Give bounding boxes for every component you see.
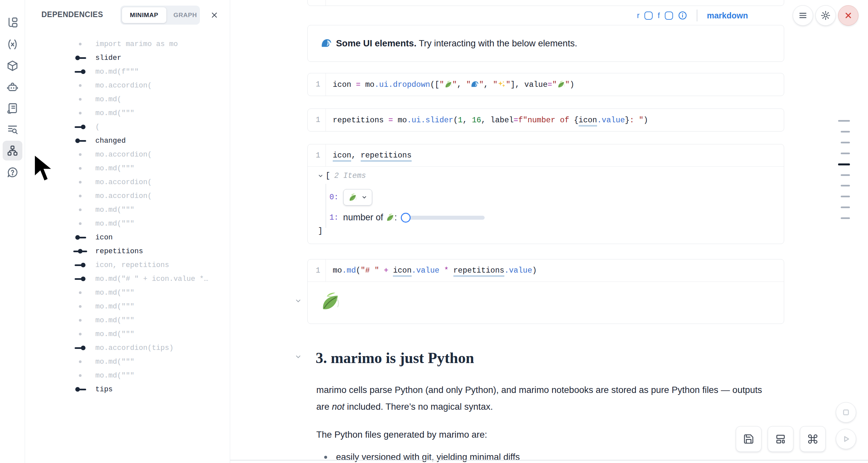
minimap-item[interactable]: icon [25,230,230,244]
tab-graph[interactable]: GRAPH [166,7,205,23]
minimap-item[interactable]: mo.md("# " + icon.value *… [25,272,230,286]
icon-dropdown-select[interactable] [343,189,372,206]
code-line[interactable]: icon = mo.ui.dropdown([" ", " ", " "], v… [326,80,575,89]
shortcuts-button[interactable] [800,426,826,452]
code-token: ( [356,266,361,275]
markdown-editor-cutoff[interactable]: 1 Some UI elements. Try interacting with… [307,0,784,6]
code-line[interactable]: repetitions = mo.ui.slider(1, 16, label=… [326,116,648,125]
minimap-item[interactable]: mo.accordion( [25,189,230,203]
cell-marker-dot [70,203,90,217]
minimap-item[interactable]: import marimo as mo [25,37,230,51]
code-line[interactable]: mo.md("# " + icon.value * repetitions.va… [326,266,537,275]
minimap-item[interactable]: mo.accordion( [25,175,230,189]
minimap-item[interactable]: mo.md(""" [25,313,230,327]
fstring-toggle-label: f [658,11,660,20]
minimap-item[interactable]: slider [25,51,230,65]
minimap-item[interactable]: mo.accordion( [25,148,230,161]
minimap-item[interactable]: mo.accordion(tips) [25,341,230,355]
rail-item-help[interactable] [3,162,22,182]
shutdown-button[interactable] [838,5,859,26]
minimap-item[interactable]: mo.md(""" [25,355,230,369]
rail-item-logs-scroll[interactable] [3,98,22,118]
packages-icon [7,60,19,72]
collapse-chevron-icon[interactable] [294,297,302,305]
cell-marker-ref [70,65,90,79]
repetitions-slider-thumb[interactable] [401,213,411,223]
code-cell-repetitions-slider[interactable]: 1 repetitions = mo.ui.slider(1, 16, labe… [307,109,784,131]
raw-toggle-checkbox[interactable] [644,11,653,20]
code-cell-icon-dropdown[interactable]: 1 icon = mo.ui.dropdown([" ", " ", " "],… [307,73,784,96]
layout-button[interactable] [768,426,794,452]
close-panel-button[interactable] [209,9,220,21]
minimap-item[interactable]: mo.md(f""" [25,65,230,79]
minimap-item[interactable]: icon, repetitions [25,258,230,272]
minimap-item[interactable]: tips [25,382,230,396]
cell-mark[interactable] [841,217,850,219]
cell-mark[interactable] [841,153,850,154]
stop-button[interactable] [836,402,856,423]
save-button[interactable] [736,426,762,452]
chevron-down-icon[interactable] [318,173,323,179]
cell-mark[interactable] [841,142,850,143]
cell-marker-dot [70,369,90,382]
minimap-item[interactable]: mo.md(""" [25,286,230,300]
stop-square-icon [841,407,851,418]
minimap-item[interactable]: mo.md(""" [25,161,230,175]
language-mode-button[interactable]: markdown [707,11,748,21]
minimap-item[interactable]: mo.md(""" [25,300,230,313]
minimap-item-label: import marimo as mo [95,40,178,48]
rail-item-variables[interactable] [3,34,22,54]
cell-mark[interactable] [841,207,850,208]
minimap-item[interactable]: mo.md(""" [25,203,230,217]
rail-item-search-outline[interactable] [3,120,22,140]
minimap-item[interactable]: repetitions [25,244,230,258]
minimap-item-label: mo.md(""" [95,289,134,297]
settings-button[interactable] [815,5,836,26]
cell-mark[interactable] [838,163,850,165]
cell-mark[interactable] [841,196,850,197]
minimap-item[interactable]: mo.md(""" [25,217,230,230]
cell-mark[interactable] [841,174,850,176]
code-token: repetitions [361,151,412,162]
cell-marker-ref [70,258,90,272]
rail-item-dependencies[interactable] [3,141,22,160]
repetitions-slider-track[interactable] [401,216,485,220]
rail-item-file-tree[interactable] [3,13,22,33]
panel-title: DEPENDENCIES [41,10,103,19]
minimap-item-label: mo.md("# " + icon.value *… [95,275,208,283]
minimap-item-label: mo.md(f""" [95,68,139,76]
info-icon[interactable] [678,11,687,20]
minimap-item[interactable]: ( [25,120,230,134]
rail-item-ai-bot[interactable] [3,77,22,97]
slider-label: number of : [343,212,397,223]
minimap-item[interactable]: mo.md( [25,92,230,106]
minimap-item-label: mo.md(""" [95,316,134,325]
code-cell-tuple-output[interactable]: 1 icon, repetitions [ 2 Items 0: [307,144,784,244]
tree-row-dropdown: 0: [330,189,372,206]
code-cell-md-leaf[interactable]: 1 mo.md("# " + icon.value * repetitions.… [307,259,784,324]
tab-minimap[interactable]: MINIMAP [122,7,166,23]
line-number: 1 [308,109,326,131]
gear-icon [820,10,831,21]
menu-button[interactable] [793,5,813,26]
minimap-item[interactable]: changed [25,134,230,148]
minimap-item[interactable]: mo.accordion( [25,79,230,92]
markdown-output-rest: Try interacting with the below elements. [416,38,577,48]
minimap-item[interactable]: mo.md(""" [25,106,230,120]
code-line[interactable]: icon, repetitions [326,151,412,160]
code-token: 16 [472,116,481,125]
cell-mark[interactable] [841,131,850,132]
cell-mark[interactable] [841,185,850,186]
code-token: mo [398,116,407,125]
fstring-toggle-checkbox[interactable] [665,11,673,20]
collapse-chevron-icon[interactable] [294,353,302,361]
run-button[interactable] [836,429,856,449]
minimap-item[interactable]: mo.md(""" [25,369,230,382]
minimap-item[interactable]: mo.md(""" [25,327,230,341]
rail-item-packages[interactable] [3,56,22,75]
minimap-item-label: mo.md(""" [95,303,134,311]
section-paragraph-1: marimo cells parse Python (and only Pyth… [316,381,790,415]
cell-mark[interactable] [838,120,850,122]
layout-rows-icon [775,433,786,444]
markdown-output-text: Some UI elements. Try interacting with t… [336,38,577,49]
